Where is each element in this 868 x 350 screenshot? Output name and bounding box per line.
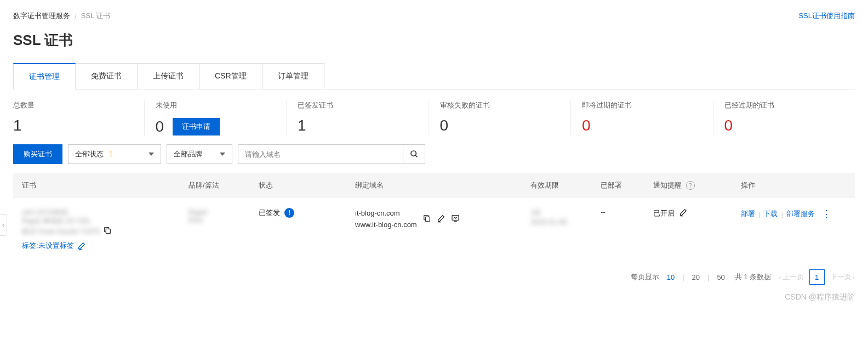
help-icon[interactable]: ? <box>686 181 695 190</box>
copy-icon[interactable] <box>422 214 431 224</box>
domain-1: it-blog-cn.com <box>355 208 417 219</box>
th-deployed: 已部署 <box>592 173 644 198</box>
edit-icon[interactable] <box>679 208 688 218</box>
stats-row: 总数量 1 未使用 0 证书申请 已签发证书 1 审核失败的证书 0 即将过期的… <box>13 89 855 144</box>
action-deploy-service[interactable]: 部署服务 <box>786 209 815 219</box>
stat-issued: 已签发证书 1 <box>286 100 429 136</box>
domain-2: www.it-blog-cn.com <box>355 219 417 231</box>
breadcrumb-root[interactable]: 数字证书管理服务 <box>13 11 70 21</box>
stat-issued-value: 1 <box>298 118 306 133</box>
stat-issued-label: 已签发证书 <box>298 100 429 110</box>
more-actions-icon[interactable]: ⋮ <box>821 208 831 220</box>
usage-guide-link[interactable]: SSL证书使用指南 <box>798 11 855 21</box>
cert-apply-button[interactable]: 证书申请 <box>173 118 220 136</box>
cell-status: 已签发 ! <box>250 198 346 261</box>
svg-rect-4 <box>425 217 430 222</box>
tab-free-cert[interactable]: 免费证书 <box>75 63 138 89</box>
next-page-button[interactable]: 下一页› <box>830 272 855 282</box>
tab-upload-cert[interactable]: 上传证书 <box>137 63 199 89</box>
edit-icon[interactable] <box>437 214 446 224</box>
page-title: SSL 证书 <box>13 31 855 50</box>
cell-actions: 部署 | 下载 | 部署服务 ⋮ <box>732 198 855 261</box>
search-icon <box>410 150 419 159</box>
tag-label: 标签:未设置标签 <box>22 241 74 251</box>
stat-unused-label: 未使用 <box>156 100 287 110</box>
per-page-label: 每页显示 <box>631 272 659 282</box>
validity-duration: 1年 <box>530 208 583 218</box>
svg-line-1 <box>415 155 417 157</box>
page-size-20[interactable]: 20 <box>690 273 702 281</box>
page-size-10[interactable]: 10 <box>665 273 677 281</box>
status-filter-select[interactable]: 全部状态 1 <box>68 144 161 164</box>
chevron-down-icon <box>149 153 154 156</box>
validity-date: 2025-01-08 <box>530 218 583 226</box>
action-deploy[interactable]: 部署 <box>741 209 755 219</box>
brand-filter-select[interactable]: 全部品牌 <box>167 144 232 164</box>
cell-cert: cert-10719836 Rapid 单域名 DV SSL 标识 Ocan-t… <box>13 198 180 261</box>
tab-csr-management[interactable]: CSR管理 <box>199 63 262 89</box>
search-button[interactable] <box>403 145 425 163</box>
cert-table: 证书 品牌/算法 状态 绑定域名 有效期限 已部署 通知提醒 ? 操作 cert… <box>13 173 855 261</box>
th-brand: 品牌/算法 <box>180 173 250 198</box>
cell-domain: it-blog-cn.com www.it-blog-cn.com <box>346 198 522 261</box>
notify-text: 已开启 <box>653 208 675 218</box>
stat-expired: 已经过期的证书 0 <box>713 100 855 136</box>
stat-failed: 审核失败的证书 0 <box>429 100 571 136</box>
brand-name: Rapid <box>189 208 241 216</box>
stat-total-value: 1 <box>13 118 22 133</box>
pagination: 每页显示 10 | 20 | 50 共 1 条数据 ‹上一页 1 下一页› <box>13 261 855 293</box>
th-notify: 通知提醒 ? <box>644 173 732 198</box>
tab-cert-management[interactable]: 证书管理 <box>13 63 76 89</box>
th-domain: 绑定域名 <box>346 173 522 198</box>
stat-expired-value: 0 <box>724 118 733 133</box>
buy-cert-button[interactable]: 购买证书 <box>13 144 62 164</box>
svg-rect-2 <box>106 229 111 233</box>
cell-brand: Rapid RSA <box>180 198 250 261</box>
table-row: cert-10719836 Rapid 单域名 DV SSL 标识 Ocan-t… <box>13 198 855 261</box>
edit-icon <box>77 241 86 250</box>
action-download[interactable]: 下载 <box>763 209 778 219</box>
breadcrumb: 数字证书管理服务 / SSL 证书 <box>13 11 855 21</box>
stat-failed-label: 审核失败的证书 <box>440 100 571 110</box>
monitor-icon[interactable] <box>451 214 460 224</box>
search-input[interactable] <box>238 145 403 163</box>
collapse-handle[interactable]: ‹ <box>0 214 7 236</box>
breadcrumb-sep: / <box>75 12 77 20</box>
tab-order-management[interactable]: 订单管理 <box>262 63 324 89</box>
cert-id: cert-10719836 <box>22 208 171 216</box>
stat-unused: 未使用 0 证书申请 <box>144 100 287 136</box>
cert-ident: 标识 Ocan-traudo-71970 <box>22 227 100 236</box>
status-filter-label: 全部状态 <box>75 150 104 158</box>
copy-icon[interactable] <box>103 226 112 236</box>
stat-expiring-label: 即将过期的证书 <box>582 100 713 110</box>
cell-validity: 1年 2025-01-08 <box>522 198 592 261</box>
total-count: 共 1 条数据 <box>735 272 771 282</box>
brand-algo: RSA <box>189 216 241 224</box>
brand-filter-label: 全部品牌 <box>174 149 202 159</box>
stat-unused-value: 0 <box>156 119 164 134</box>
th-action: 操作 <box>732 173 855 198</box>
watermark: CSDN @程序猿进阶 <box>785 292 855 302</box>
tag-row[interactable]: 标签:未设置标签 <box>22 241 171 251</box>
domain-search <box>238 144 425 164</box>
th-status: 状态 <box>250 173 346 198</box>
status-filter-count: 1 <box>109 150 113 158</box>
prev-page-button[interactable]: ‹上一页 <box>779 272 803 282</box>
stat-expiring: 即将过期的证书 0 <box>570 100 713 136</box>
cell-deployed: -- <box>592 198 644 261</box>
svg-point-0 <box>411 151 416 156</box>
chevron-down-icon <box>220 153 225 156</box>
breadcrumb-current: SSL 证书 <box>81 11 111 21</box>
tabs: 证书管理 免费证书 上传证书 CSR管理 订单管理 <box>13 63 855 89</box>
page-number-current[interactable]: 1 <box>809 269 825 285</box>
stat-expired-label: 已经过期的证书 <box>724 100 855 110</box>
stat-total-label: 总数量 <box>13 100 144 110</box>
cert-type: Rapid 单域名 DV SSL <box>22 216 171 226</box>
stat-total: 总数量 1 <box>13 100 144 136</box>
status-text: 已签发 <box>259 208 280 218</box>
cell-notify: 已开启 <box>644 198 732 261</box>
th-cert: 证书 <box>13 173 180 198</box>
info-icon[interactable]: ! <box>284 208 294 218</box>
th-validity: 有效期限 <box>522 173 592 198</box>
page-size-50[interactable]: 50 <box>715 273 727 281</box>
